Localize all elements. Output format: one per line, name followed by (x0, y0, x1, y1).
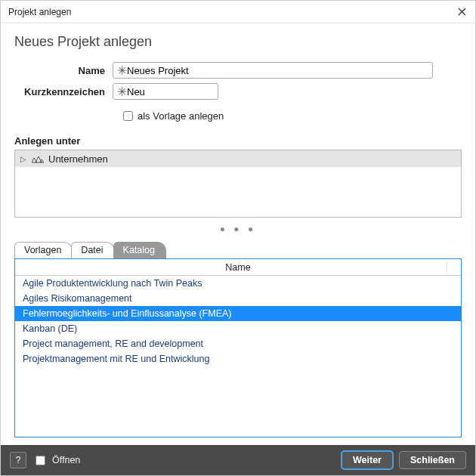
catalog-item[interactable]: Projektmanagement mit RE und Entwicklung (15, 351, 461, 366)
dialog-content: Neues Projekt anlegen Name ✳ Kurzkennzei… (1, 23, 475, 445)
titlebar: Projekt anlegen (1, 1, 475, 23)
tab-katalog[interactable]: Katalog (113, 242, 166, 258)
name-label: Name (14, 65, 113, 76)
tab-datei[interactable]: Datei (71, 242, 114, 258)
catalog-item[interactable]: Agiles Risikomanagement (15, 291, 461, 306)
close-icon (458, 8, 466, 16)
help-icon: ? (16, 455, 21, 465)
tab-datei-label: Datei (81, 245, 103, 255)
open-checkbox[interactable] (36, 456, 45, 465)
catalog-item[interactable]: Agile Produktentwicklung nach Twin Peaks (15, 276, 461, 291)
window-title: Projekt anlegen (8, 7, 454, 17)
row-short: Kurzkennzeichen ✳ (14, 83, 462, 100)
row-template-checkbox: als Vorlage anlegen (120, 109, 462, 123)
short-label: Kurzkennzeichen (14, 86, 113, 97)
help-button[interactable]: ? (10, 452, 26, 468)
window-close-button[interactable] (454, 5, 469, 20)
more-icon[interactable]: ● ● ● (14, 224, 462, 234)
create-under-label: Anlegen unter (14, 135, 462, 147)
tabs-bar: Vorlagen Datei Katalog (14, 240, 462, 258)
catalog-panel: Name Agile Produktentwicklung nach Twin … (14, 258, 462, 437)
short-input-wrap: ✳ (113, 83, 218, 100)
open-label: Öffnen (52, 455, 80, 465)
catalog-column-header-label: Name (225, 262, 250, 273)
dialog-window: Projekt anlegen Neues Projekt anlegen Na… (0, 0, 476, 476)
catalog-item[interactable]: Project management, RE and development (15, 336, 461, 351)
tree-expand-icon[interactable]: ▷ (20, 155, 27, 163)
tab-vorlagen-label: Vorlagen (24, 245, 61, 255)
tab-katalog-label: Katalog (123, 245, 155, 255)
template-checkbox[interactable] (123, 111, 133, 121)
tree-root-label: Unternehmen (48, 153, 108, 165)
catalog-item[interactable]: Fehlermoeglichkeits- und Einflussanalyse… (15, 306, 461, 321)
next-button[interactable]: Weiter (342, 451, 393, 469)
name-input[interactable] (113, 62, 433, 79)
tab-vorlagen[interactable]: Vorlagen (14, 242, 73, 258)
open-option[interactable]: Öffnen (32, 453, 80, 468)
dialog-footer: ? Öffnen Weiter Schließen (1, 445, 475, 475)
enterprise-icon (32, 154, 44, 163)
dialog-heading: Neues Projekt anlegen (14, 34, 462, 50)
close-button[interactable]: Schließen (399, 451, 466, 469)
template-checkbox-label: als Vorlage anlegen (138, 110, 224, 122)
short-input[interactable] (113, 83, 218, 100)
row-name: Name ✳ (14, 62, 462, 79)
catalog-item[interactable]: Kanban (DE) (15, 321, 461, 336)
name-input-wrap: ✳ (113, 62, 433, 79)
catalog-list[interactable]: Agile Produktentwicklung nach Twin Peaks… (15, 276, 461, 437)
catalog-column-header[interactable]: Name (15, 259, 461, 276)
tree-root-row[interactable]: ▷ Unternehmen (15, 150, 461, 167)
create-under-tree[interactable]: ▷ Unternehmen (14, 150, 462, 218)
